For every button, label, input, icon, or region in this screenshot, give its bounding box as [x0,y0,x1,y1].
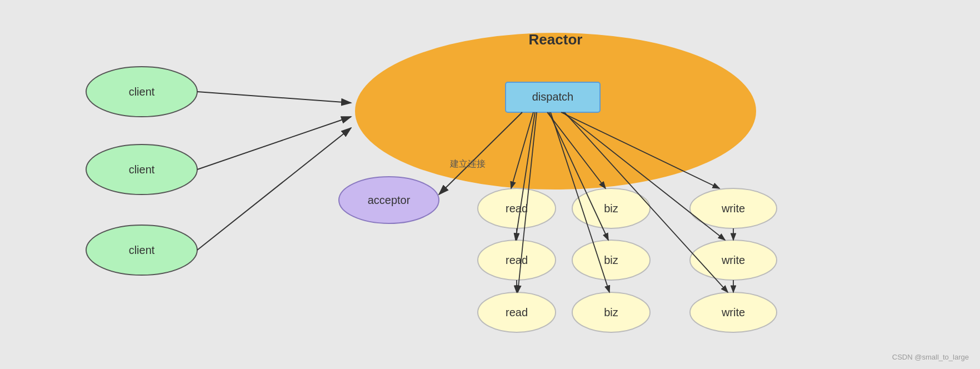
write-label-2: write [721,254,745,266]
read-label-2: read [506,254,528,266]
write-label-3: write [721,306,745,318]
connection-label: 建立连接 [449,159,486,168]
reactor-label: Reactor [529,31,583,48]
biz-label-1: biz [604,202,618,215]
arrow-client3-reactor [197,128,351,250]
acceptor-label: acceptor [368,194,411,206]
client-label-2: client [129,163,155,176]
client-label-3: client [129,244,155,256]
arrow-client2-reactor [197,117,351,169]
biz-label-2: biz [604,254,618,266]
biz-label-3: biz [604,306,618,318]
client-label-1: client [129,86,155,98]
read-label-1: read [506,202,528,215]
watermark: CSDN @small_to_large [892,353,969,361]
dispatch-label: dispatch [532,91,574,103]
arrow-client1-reactor [197,92,351,103]
read-label-3: read [506,306,528,318]
write-label-1: write [721,202,745,215]
